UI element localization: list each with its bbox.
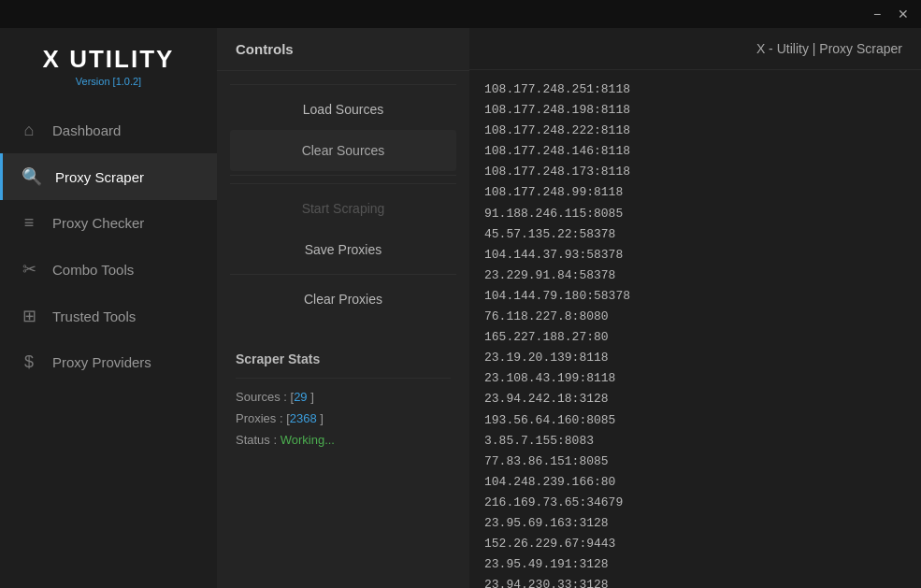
sidebar-item-trusted-tools[interactable]: ⊞ Trusted Tools [0,293,217,339]
sidebar-item-label: Proxy Checker [52,215,144,231]
sources-label: Sources : [ [236,390,294,404]
scraper-stats: Scraper Stats Sources : [29 ] Proxies : … [217,335,469,464]
proxy-item: 23.108.43.199:8118 [484,368,906,389]
proxy-providers-icon: $ [19,352,39,372]
proxy-item: 76.118.227.8:8080 [484,307,906,327]
sidebar-item-combo-tools[interactable]: ✂ Combo Tools [0,246,217,293]
status-stat: Status : Working... [236,433,451,447]
proxy-item: 152.26.229.67:9443 [484,534,906,554]
sidebar-item-label: Combo Tools [52,262,134,278]
status-label: Status : [236,433,281,447]
proxies-label: Proxies : [ [236,411,290,425]
minimize-button[interactable]: − [867,4,887,24]
proxy-item: 23.229.91.84:58378 [484,265,906,286]
sidebar-item-dashboard[interactable]: ⌂ Dashboard [0,108,217,153]
output-header: X - Utility | Proxy Scraper [469,28,921,70]
close-button[interactable]: ✕ [893,4,914,24]
proxy-item: 3.85.7.155:8083 [484,431,906,452]
sidebar-item-proxy-providers[interactable]: $ Proxy Providers [0,339,217,385]
proxy-item: 45.57.135.22:58378 [484,224,906,245]
proxy-item: 108.177.248.222:8118 [484,121,906,141]
content-area: Controls Load SourcesClear SourcesStart … [217,28,921,588]
proxy-item: 108.177.248.198:8118 [484,100,906,121]
load-sources-button[interactable]: Load Sources [230,89,456,130]
sources-value: 29 [294,390,307,404]
sidebar-item-proxy-scraper[interactable]: 🔍 Proxy Scraper [0,153,217,200]
sidebar-item-label: Proxy Providers [52,354,151,370]
sidebar-logo: X UTILITY Version [1.0.2] [0,28,217,98]
clear-sources-button[interactable]: Clear Sources [230,130,456,171]
status-value: Working... [281,433,335,447]
output-list[interactable]: 108.177.248.251:8118108.177.248.198:8118… [469,70,921,588]
sidebar: X UTILITY Version [1.0.2] ⌂ Dashboard🔍 P… [0,28,217,588]
proxies-suffix: ] [317,411,324,425]
save-proxies-button[interactable]: Save Proxies [230,229,456,270]
proxies-stat: Proxies : [2368 ] [236,411,451,425]
proxy-item: 165.227.188.27:80 [484,327,906,348]
proxy-item: 77.83.86.151:8085 [484,452,906,472]
trusted-tools-icon: ⊞ [19,306,39,326]
sidebar-item-proxy-checker[interactable]: ≡ Proxy Checker [0,200,217,246]
controls-panel: Controls Load SourcesClear SourcesStart … [217,28,469,588]
proxy-checker-icon: ≡ [19,213,39,233]
sidebar-item-label: Proxy Scraper [55,169,144,185]
proxy-item: 23.94.242.18:3128 [484,389,906,409]
proxy-item: 104.248.239.166:80 [484,472,906,493]
logo-version: Version [1.0.2] [15,76,202,87]
proxy-item: 193.56.64.160:8085 [484,410,906,431]
proxy-item: 216.169.73.65:34679 [484,493,906,513]
sidebar-nav: ⌂ Dashboard🔍 Proxy Scraper≡ Proxy Checke… [0,98,217,588]
logo-text: X UTILITY [15,45,202,74]
proxy-item: 104.144.37.93:58378 [484,245,906,265]
sources-suffix: ] [308,390,314,404]
proxy-item: 23.94.230.33:3128 [484,575,906,588]
proxies-value: 2368 [290,411,317,425]
output-panel: X - Utility | Proxy Scraper 108.177.248.… [469,28,921,588]
controls-buttons: Load SourcesClear SourcesStart ScrapingS… [217,71,469,329]
proxy-item: 23.19.20.139:8118 [484,348,906,368]
proxy-item: 108.177.248.99:8118 [484,182,906,203]
combo-tools-icon: ✂ [19,259,39,280]
proxy-item: 108.177.248.251:8118 [484,79,906,100]
controls-header: Controls [217,28,469,71]
proxy-item: 104.144.79.180:58378 [484,286,906,307]
proxy-item: 108.177.248.173:8118 [484,162,906,182]
proxy-item: 91.188.246.115:8085 [484,204,906,224]
sidebar-item-label: Trusted Tools [52,308,136,324]
proxy-item: 23.95.49.191:3128 [484,554,906,575]
title-bar: − ✕ [0,0,921,28]
main-layout: X UTILITY Version [1.0.2] ⌂ Dashboard🔍 P… [0,28,921,588]
proxy-scraper-icon: 🔍 [22,166,42,187]
sources-stat: Sources : [29 ] [236,390,451,404]
sidebar-item-label: Dashboard [52,122,121,138]
title-bar-controls: − ✕ [867,4,914,24]
start-scraping-button: Start Scraping [230,188,456,229]
clear-proxies-button[interactable]: Clear Proxies [230,279,456,320]
stats-title: Scraper Stats [236,344,451,379]
proxy-item: 23.95.69.163:3128 [484,513,906,534]
proxy-item: 108.177.248.146:8118 [484,141,906,162]
dashboard-icon: ⌂ [19,121,39,140]
